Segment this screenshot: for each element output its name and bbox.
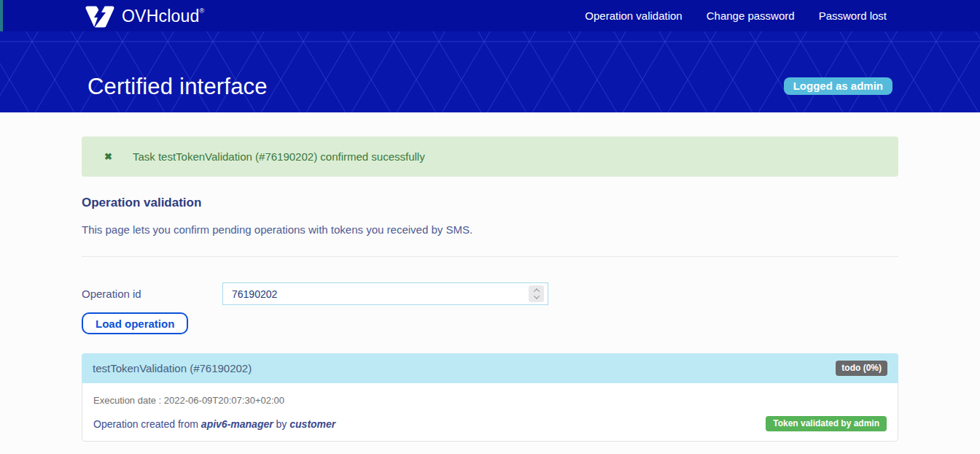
accent-stripe — [0, 0, 3, 31]
created-prefix: Operation created from — [93, 418, 201, 430]
top-navbar: OVHcloud® Operation validation Change pa… — [0, 0, 980, 31]
brand-name: OVHcloud — [122, 7, 199, 26]
top-nav: Operation validation Change password Pas… — [585, 9, 887, 22]
status-badge: todo (0%) — [836, 361, 887, 376]
ovhcloud-logo-icon — [83, 6, 117, 28]
chevron-down-icon[interactable] — [533, 293, 539, 299]
operation-card-header: testTokenValidation (#76190202) todo (0%… — [82, 353, 898, 383]
number-spinner[interactable] — [529, 285, 544, 302]
created-source: apiv6-manager — [201, 418, 273, 430]
triangle-pattern — [0, 31, 980, 112]
success-alert: ✖ Task testTokenValidation (#76190202) c… — [82, 136, 898, 177]
logged-as-admin-badge: Logged as admin — [784, 77, 892, 95]
registered-mark: ® — [199, 7, 204, 15]
operation-id-row: Operation id — [82, 282, 898, 305]
brand-logo[interactable]: OVHcloud® — [83, 4, 204, 28]
nav-item-operation-validation[interactable]: Operation validation — [585, 9, 682, 22]
divider — [82, 256, 898, 257]
nav-item-password-lost[interactable]: Password lost — [819, 9, 887, 22]
created-actor: customer — [289, 418, 335, 430]
close-icon[interactable]: ✖ — [104, 152, 112, 161]
main-content: ✖ Task testTokenValidation (#76190202) c… — [82, 136, 898, 442]
token-validated-badge: Token validated by admin — [766, 416, 887, 431]
operation-card-body: Execution date : 2022-06-09T20:07:30+02:… — [82, 383, 898, 441]
operation-id-field — [222, 282, 548, 305]
created-row: Operation created from apiv6-manager by … — [93, 416, 887, 431]
page-title: Certified interface — [88, 74, 268, 100]
operation-card-title: testTokenValidation (#76190202) — [93, 362, 252, 374]
operation-id-input[interactable] — [232, 288, 529, 300]
nav-item-change-password[interactable]: Change password — [707, 9, 795, 22]
operation-card: testTokenValidation (#76190202) todo (0%… — [82, 353, 898, 442]
created-line: Operation created from apiv6-manager by … — [93, 418, 335, 430]
execution-date: Execution date : 2022-06-09T20:07:30+02:… — [93, 395, 887, 406]
load-operation-button[interactable]: Load operation — [82, 312, 188, 334]
section-description: This page lets you confirm pending opera… — [82, 223, 898, 236]
created-connector: by — [273, 418, 290, 430]
section-title: Operation validation — [82, 196, 898, 210]
hero-banner: Certified interface Logged as admin — [0, 31, 980, 112]
alert-message: Task testTokenValidation (#76190202) con… — [133, 150, 425, 163]
operation-id-label: Operation id — [82, 288, 222, 300]
